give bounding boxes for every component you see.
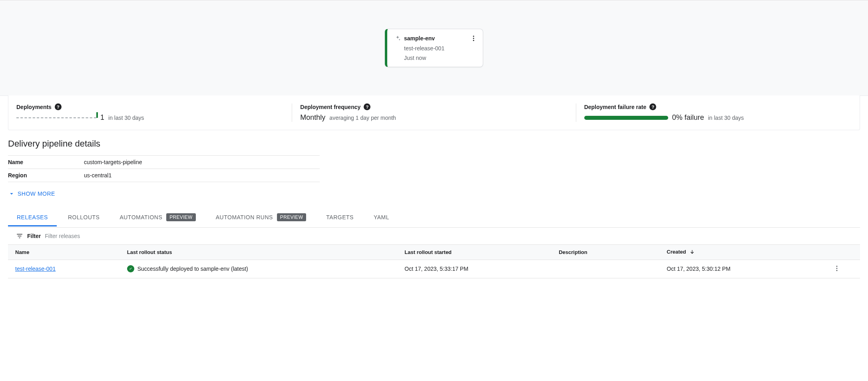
tab-releases[interactable]: RELEASES <box>8 209 57 226</box>
detail-name-value: custom-targets-pipeline <box>84 156 320 169</box>
environment-release: test-release-001 <box>404 45 477 52</box>
svg-point-5 <box>836 270 838 271</box>
tab-targets[interactable]: TARGETS <box>317 209 362 226</box>
environment-time: Just now <box>404 55 477 61</box>
show-more-label: SHOW MORE <box>18 190 55 197</box>
svg-point-2 <box>473 40 474 41</box>
metric-frequency: Deployment frequency ? Monthly averaging… <box>292 103 576 122</box>
tab-automation-runs[interactable]: AUTOMATION RUNS PREVIEW <box>207 208 315 227</box>
col-header-actions <box>814 245 860 260</box>
preview-badge: PREVIEW <box>166 213 195 221</box>
svg-point-3 <box>836 266 838 267</box>
sparkle-icon <box>394 35 401 42</box>
tabs-row: RELEASES ROLLOUTS AUTOMATIONS PREVIEW AU… <box>8 208 860 228</box>
metric-failure-title: Deployment failure rate <box>584 104 647 110</box>
detail-region-label: Region <box>8 169 84 182</box>
svg-point-1 <box>473 38 474 39</box>
filter-icon <box>16 232 23 240</box>
pipeline-canvas: sample-env test-release-001 Just now <box>0 0 868 96</box>
show-more-button[interactable]: SHOW MORE <box>8 189 860 199</box>
svg-point-0 <box>473 36 474 37</box>
tab-rollouts-label: ROLLOUTS <box>68 214 100 220</box>
deployments-sub: in last 30 days <box>108 115 144 121</box>
tab-yaml-label: YAML <box>374 214 389 220</box>
filter-label: Filter <box>27 233 41 239</box>
tab-releases-label: RELEASES <box>17 214 48 220</box>
chevron-down-icon <box>8 190 15 197</box>
tab-automations-label: AUTOMATIONS <box>119 214 162 220</box>
tab-yaml[interactable]: YAML <box>365 209 398 226</box>
detail-region-value: us-central1 <box>84 169 320 182</box>
environment-card[interactable]: sample-env test-release-001 Just now <box>385 29 483 67</box>
col-header-started[interactable]: Last rollout started <box>397 245 551 260</box>
detail-row-name: Name custom-targets-pipeline <box>8 156 320 169</box>
metric-frequency-title: Deployment frequency <box>300 104 360 110</box>
row-more-vert-icon[interactable] <box>833 265 840 272</box>
col-header-name[interactable]: Name <box>8 245 120 260</box>
details-table: Name custom-targets-pipeline Region us-c… <box>8 155 320 182</box>
help-icon[interactable]: ? <box>55 103 62 110</box>
svg-point-4 <box>836 268 838 269</box>
more-vert-icon[interactable] <box>470 35 477 42</box>
rollout-status-text: Successfully deployed to sample-env (lat… <box>137 266 248 272</box>
col-header-created[interactable]: Created <box>659 245 814 260</box>
detail-name-label: Name <box>8 156 84 169</box>
filter-row: Filter <box>8 228 860 244</box>
environment-title: sample-env <box>404 35 435 42</box>
col-header-status[interactable]: Last rollout status <box>120 245 398 260</box>
col-header-created-label: Created <box>667 249 686 255</box>
tab-targets-label: TARGETS <box>326 214 354 220</box>
frequency-sub: averaging 1 day per month <box>329 115 396 121</box>
releases-table: Name Last rollout status Last rollout st… <box>8 244 860 278</box>
failure-sub: in last 30 days <box>708 115 744 121</box>
deployments-value: 1 <box>100 113 104 122</box>
failure-value: 0% failure <box>672 113 704 122</box>
table-row: test-release-001 Successfully deployed t… <box>8 260 860 278</box>
filter-input[interactable] <box>45 233 852 239</box>
metric-failure: Deployment failure rate ? 0% failure in … <box>576 103 860 122</box>
release-name-link[interactable]: test-release-001 <box>15 266 56 272</box>
rollout-created: Oct 17, 2023, 5:30:12 PM <box>659 260 814 278</box>
rollout-started: Oct 17, 2023, 5:33:17 PM <box>397 260 551 278</box>
rollout-description <box>551 260 659 278</box>
detail-row-region: Region us-central1 <box>8 169 320 182</box>
tab-rollouts[interactable]: ROLLOUTS <box>59 209 108 226</box>
failure-rate-bar <box>584 116 668 120</box>
help-icon[interactable]: ? <box>364 103 370 110</box>
metric-deployments-title: Deployments <box>16 104 52 110</box>
frequency-value: Monthly <box>300 113 325 122</box>
check-circle-icon <box>127 265 134 272</box>
deployments-sparkline <box>16 117 96 118</box>
metrics-panel: Deployments ? 1 in last 30 days Deployme… <box>8 95 860 130</box>
tab-automations[interactable]: AUTOMATIONS PREVIEW <box>111 208 204 227</box>
section-title: Delivery pipeline details <box>8 139 860 149</box>
help-icon[interactable]: ? <box>649 103 656 110</box>
tab-automation-runs-label: AUTOMATION RUNS <box>216 214 273 220</box>
arrow-down-icon <box>689 249 695 256</box>
col-header-description[interactable]: Description <box>551 245 659 260</box>
preview-badge: PREVIEW <box>277 213 306 221</box>
metric-deployments: Deployments ? 1 in last 30 days <box>8 103 292 122</box>
